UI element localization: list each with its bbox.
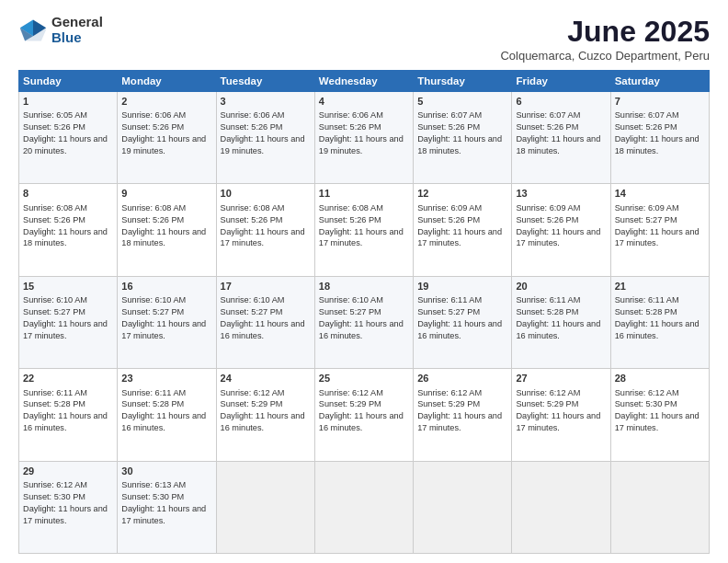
col-wednesday: Wednesday — [314, 71, 413, 92]
logo-general: General — [51, 15, 103, 30]
table-row: 1 Sunrise: 6:05 AM Sunset: 5:26 PM Dayli… — [19, 92, 118, 184]
table-row: 9 Sunrise: 6:08 AM Sunset: 5:26 PM Dayli… — [118, 184, 216, 276]
table-row: 2 Sunrise: 6:06 AM Sunset: 5:26 PM Dayli… — [118, 92, 216, 184]
table-row: 23 Sunrise: 6:11 AM Sunset: 5:28 PM Dayl… — [118, 369, 216, 461]
table-row: 22 Sunrise: 6:11 AM Sunset: 5:28 PM Dayl… — [19, 369, 118, 461]
empty-cell — [314, 461, 413, 553]
table-row: 12 Sunrise: 6:09 AM Sunset: 5:26 PM Dayl… — [414, 184, 512, 276]
header: General Blue June 2025 Colquemarca, Cuzc… — [18, 15, 710, 63]
table-row: 11 Sunrise: 6:08 AM Sunset: 5:26 PM Dayl… — [314, 184, 413, 276]
empty-cell — [414, 461, 512, 553]
calendar-header-row: Sunday Monday Tuesday Wednesday Thursday… — [19, 71, 710, 92]
table-row: 28 Sunrise: 6:12 AM Sunset: 5:30 PM Dayl… — [610, 369, 709, 461]
empty-cell — [216, 461, 314, 553]
table-row: 6 Sunrise: 6:07 AM Sunset: 5:26 PM Dayli… — [512, 92, 610, 184]
table-row: 25 Sunrise: 6:12 AM Sunset: 5:29 PM Dayl… — [314, 369, 413, 461]
calendar-table: Sunday Monday Tuesday Wednesday Thursday… — [18, 70, 710, 554]
col-saturday: Saturday — [610, 71, 709, 92]
table-row: 15 Sunrise: 6:10 AM Sunset: 5:27 PM Dayl… — [19, 276, 118, 368]
table-row: 13 Sunrise: 6:09 AM Sunset: 5:26 PM Dayl… — [512, 184, 610, 276]
col-monday: Monday — [118, 71, 216, 92]
table-row: 26 Sunrise: 6:12 AM Sunset: 5:29 PM Dayl… — [414, 369, 512, 461]
table-row: 24 Sunrise: 6:12 AM Sunset: 5:29 PM Dayl… — [216, 369, 314, 461]
empty-cell — [610, 461, 709, 553]
table-row: 8 Sunrise: 6:08 AM Sunset: 5:26 PM Dayli… — [19, 184, 118, 276]
table-row: 21 Sunrise: 6:11 AM Sunset: 5:28 PM Dayl… — [610, 276, 709, 368]
week-row-2: 8 Sunrise: 6:08 AM Sunset: 5:26 PM Dayli… — [19, 184, 710, 276]
title-block: June 2025 Colquemarca, Cuzco Department,… — [500, 15, 710, 63]
table-row: 10 Sunrise: 6:08 AM Sunset: 5:26 PM Dayl… — [216, 184, 314, 276]
table-row: 20 Sunrise: 6:11 AM Sunset: 5:28 PM Dayl… — [512, 276, 610, 368]
table-row: 19 Sunrise: 6:11 AM Sunset: 5:27 PM Dayl… — [414, 276, 512, 368]
table-row: 30 Sunrise: 6:13 AM Sunset: 5:30 PM Dayl… — [118, 461, 216, 553]
table-row: 5 Sunrise: 6:07 AM Sunset: 5:26 PM Dayli… — [414, 92, 512, 184]
table-row: 14 Sunrise: 6:09 AM Sunset: 5:27 PM Dayl… — [610, 184, 709, 276]
table-row: 29 Sunrise: 6:12 AM Sunset: 5:30 PM Dayl… — [19, 461, 118, 553]
location-subtitle: Colquemarca, Cuzco Department, Peru — [500, 49, 710, 63]
col-tuesday: Tuesday — [216, 71, 314, 92]
table-row: 27 Sunrise: 6:12 AM Sunset: 5:29 PM Dayl… — [512, 369, 610, 461]
table-row: 18 Sunrise: 6:10 AM Sunset: 5:27 PM Dayl… — [314, 276, 413, 368]
table-row: 4 Sunrise: 6:06 AM Sunset: 5:26 PM Dayli… — [314, 92, 413, 184]
week-row-4: 22 Sunrise: 6:11 AM Sunset: 5:28 PM Dayl… — [19, 369, 710, 461]
week-row-1: 1 Sunrise: 6:05 AM Sunset: 5:26 PM Dayli… — [19, 92, 710, 184]
logo-blue: Blue — [51, 30, 103, 46]
page: General Blue June 2025 Colquemarca, Cuzc… — [0, 0, 728, 563]
empty-cell — [512, 461, 610, 553]
logo-text: General Blue — [51, 15, 103, 45]
col-sunday: Sunday — [19, 71, 118, 92]
col-thursday: Thursday — [414, 71, 512, 92]
week-row-3: 15 Sunrise: 6:10 AM Sunset: 5:27 PM Dayl… — [19, 276, 710, 368]
table-row: 16 Sunrise: 6:10 AM Sunset: 5:27 PM Dayl… — [118, 276, 216, 368]
table-row: 7 Sunrise: 6:07 AM Sunset: 5:26 PM Dayli… — [610, 92, 709, 184]
week-row-5: 29 Sunrise: 6:12 AM Sunset: 5:30 PM Dayl… — [19, 461, 710, 553]
col-friday: Friday — [512, 71, 610, 92]
logo: General Blue — [18, 15, 103, 45]
logo-icon — [18, 17, 48, 43]
table-row: 17 Sunrise: 6:10 AM Sunset: 5:27 PM Dayl… — [216, 276, 314, 368]
table-row: 3 Sunrise: 6:06 AM Sunset: 5:26 PM Dayli… — [216, 92, 314, 184]
month-title: June 2025 — [500, 15, 710, 49]
